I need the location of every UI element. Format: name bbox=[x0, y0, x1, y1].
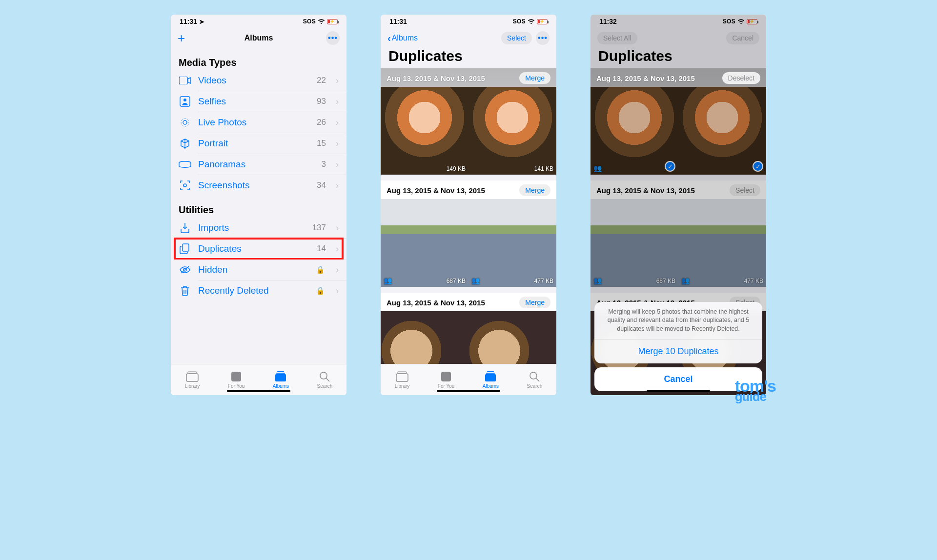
live-icon bbox=[179, 117, 191, 128]
duplicate-icon bbox=[179, 243, 191, 254]
status-time: 11:31 bbox=[389, 18, 407, 25]
merge-button[interactable]: Merge bbox=[519, 72, 550, 84]
people-icon: 👥 bbox=[681, 277, 690, 284]
library-icon bbox=[186, 371, 199, 382]
svg-point-15 bbox=[320, 372, 327, 379]
tab-search[interactable]: Search bbox=[317, 371, 333, 389]
row-videos[interactable]: Videos 22 › bbox=[171, 70, 346, 91]
status-bar: 11:31 ➤ SOS ⚡ bbox=[171, 15, 346, 28]
chevron-right-icon: › bbox=[336, 286, 339, 296]
row-screenshots[interactable]: Screenshots 34 › bbox=[171, 175, 346, 196]
eye-slash-icon bbox=[179, 265, 191, 274]
more-icon[interactable]: ••• bbox=[536, 31, 550, 45]
download-icon bbox=[179, 222, 191, 233]
people-icon: 👥 bbox=[593, 277, 602, 284]
tab-library[interactable]: Library bbox=[395, 371, 410, 389]
wifi-icon bbox=[528, 18, 535, 25]
svg-rect-21 bbox=[486, 373, 495, 374]
tab-search[interactable]: Search bbox=[527, 371, 543, 389]
row-hidden[interactable]: Hidden 🔒 › bbox=[171, 260, 346, 280]
photo-thumbnail[interactable]: 👥477 KB bbox=[678, 199, 766, 287]
select-all-button[interactable]: Select All bbox=[597, 32, 637, 44]
tab-albums[interactable]: Albums bbox=[273, 371, 289, 389]
home-indicator[interactable] bbox=[227, 390, 290, 392]
svg-line-24 bbox=[536, 378, 539, 381]
sheet-message: Merging will keep 5 photos that combine … bbox=[594, 302, 762, 340]
status-bar: 11:32 SOS ⚡ bbox=[591, 15, 766, 28]
people-icon: 👥 bbox=[384, 277, 392, 284]
row-selfies[interactable]: Selfies 93 › bbox=[171, 91, 346, 112]
heart-square-icon bbox=[231, 371, 242, 382]
chevron-right-icon: › bbox=[336, 223, 339, 233]
photo-thumbnail[interactable]: 👥687 KB bbox=[381, 199, 468, 287]
lock-icon: 🔒 bbox=[316, 265, 325, 274]
row-duplicates[interactable]: Duplicates 14 › bbox=[171, 239, 346, 259]
svg-rect-20 bbox=[485, 374, 496, 381]
tab-for-you[interactable]: For You bbox=[228, 371, 244, 389]
merge-duplicates-button[interactable]: Merge 10 Duplicates bbox=[594, 340, 762, 363]
merge-button[interactable]: Merge bbox=[519, 184, 550, 196]
search-icon bbox=[319, 371, 330, 382]
nav-bar: ‹Albums Select ••• bbox=[381, 28, 556, 48]
status-sos: SOS bbox=[303, 18, 316, 25]
duplicate-group: Aug 13, 2015 & Nov 13, 2015 Select 👥687 … bbox=[591, 180, 766, 287]
svg-point-23 bbox=[530, 372, 537, 379]
photo-thumbnail[interactable]: 149 KB bbox=[381, 87, 468, 175]
photo-thumbnail[interactable]: 👥 ✓ bbox=[591, 87, 678, 175]
battery-icon: ⚡ bbox=[537, 19, 548, 24]
svg-point-4 bbox=[181, 119, 189, 126]
section-utilities: Utilities bbox=[171, 196, 346, 218]
albums-content[interactable]: Media Types Videos 22 › Selfies 93 › Liv… bbox=[171, 48, 346, 364]
location-icon: ➤ bbox=[199, 18, 204, 25]
photo-thumbnail[interactable]: 👥687 KB bbox=[591, 199, 678, 287]
tab-albums[interactable]: Albums bbox=[483, 371, 499, 389]
people-icon: 👥 bbox=[471, 277, 480, 284]
page-title: Duplicates bbox=[591, 48, 766, 68]
photo-thumbnail[interactable]: ✓ bbox=[678, 87, 766, 175]
watermark: tom's guide bbox=[735, 380, 776, 402]
tab-library[interactable]: Library bbox=[185, 371, 200, 389]
photo-thumbnail[interactable]: 👥477 KB bbox=[468, 199, 556, 287]
select-button[interactable]: Select bbox=[730, 184, 760, 196]
add-button[interactable]: + bbox=[178, 32, 185, 44]
photo-thumbnail[interactable]: 286 KB bbox=[381, 311, 468, 364]
chevron-right-icon: › bbox=[336, 76, 339, 86]
svg-rect-9 bbox=[186, 374, 198, 381]
row-panoramas[interactable]: Panoramas 3 › bbox=[171, 154, 346, 175]
duplicate-group: Aug 13, 2015 & Nov 13, 2015 Deselect 👥 ✓… bbox=[591, 68, 766, 175]
home-indicator[interactable] bbox=[647, 390, 710, 392]
screen-duplicates: 11:31 SOS ⚡ ‹Albums Select ••• Duplicate… bbox=[381, 15, 556, 395]
search-icon bbox=[529, 371, 540, 382]
chevron-left-icon: ‹ bbox=[387, 33, 391, 44]
svg-rect-13 bbox=[276, 373, 285, 374]
tab-for-you[interactable]: For You bbox=[438, 371, 454, 389]
duplicates-content[interactable]: Aug 13, 2015 & Nov 13, 2015 Merge 149 KB… bbox=[381, 68, 556, 364]
trash-icon bbox=[179, 285, 191, 296]
select-button[interactable]: Select bbox=[501, 32, 532, 44]
back-button[interactable]: ‹Albums bbox=[387, 33, 418, 44]
svg-rect-12 bbox=[275, 374, 286, 381]
cancel-button[interactable]: Cancel bbox=[726, 32, 759, 44]
video-icon bbox=[179, 77, 191, 84]
albums-icon bbox=[485, 371, 496, 382]
deselect-button[interactable]: Deselect bbox=[722, 72, 760, 84]
people-icon: 👥 bbox=[593, 164, 602, 172]
merge-button[interactable]: Merge bbox=[519, 297, 550, 308]
chevron-right-icon: › bbox=[336, 97, 339, 107]
row-recently-deleted[interactable]: Recently Deleted 🔒 › bbox=[171, 280, 346, 301]
pano-icon bbox=[179, 161, 191, 168]
photo-thumbnail[interactable]: 271 KB bbox=[468, 311, 556, 364]
svg-rect-19 bbox=[441, 372, 451, 381]
svg-point-3 bbox=[183, 120, 187, 124]
checkmark-icon: ✓ bbox=[665, 161, 675, 172]
library-icon bbox=[396, 371, 408, 382]
svg-rect-6 bbox=[183, 244, 189, 251]
home-indicator[interactable] bbox=[437, 390, 500, 392]
row-live-photos[interactable]: Live Photos 26 › bbox=[171, 112, 346, 133]
svg-rect-18 bbox=[398, 372, 407, 373]
chevron-right-icon: › bbox=[336, 265, 339, 275]
more-icon[interactable]: ••• bbox=[326, 31, 340, 45]
photo-thumbnail[interactable]: 141 KB bbox=[468, 87, 556, 175]
row-imports[interactable]: Imports 137 › bbox=[171, 218, 346, 238]
row-portrait[interactable]: Portrait 15 › bbox=[171, 133, 346, 154]
